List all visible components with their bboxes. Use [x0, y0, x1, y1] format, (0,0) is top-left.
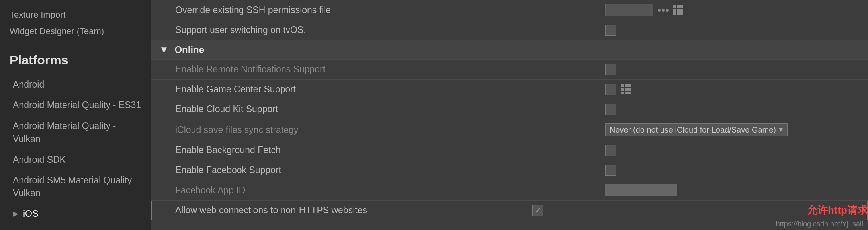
sidebar-item-ios-label: iOS: [23, 207, 38, 220]
dot-1: [658, 9, 661, 12]
sidebar-top-section: Texture Import Widget Designer (Team): [0, 6, 151, 43]
checkbox-tvos-user-switching[interactable]: [605, 25, 616, 36]
control-icloud-sync: Never (do not use iCloud for Load/Save G…: [597, 119, 868, 140]
checkbox-facebook-support[interactable]: [605, 165, 616, 176]
section-online: ▼ Online: [151, 40, 868, 60]
annotation-allow-http: 允许http请求: [795, 203, 868, 217]
row-tvos-user-switching: Support user switching on tvOS.: [151, 20, 868, 40]
sidebar-item-android-material-vulkan[interactable]: Android Material Quality - Vulkan: [0, 115, 151, 149]
game-center-grid-icon[interactable]: [621, 84, 631, 94]
label-cloud-kit: Enable Cloud Kit Support: [151, 100, 597, 119]
section-collapse-icon[interactable]: ▼: [159, 44, 169, 55]
row-cloud-kit: Enable Cloud Kit Support: [151, 99, 868, 119]
control-allow-http: [524, 201, 795, 220]
sidebar-item-android[interactable]: Android: [0, 74, 151, 95]
row-background-fetch: Enable Background Fetch: [151, 140, 868, 160]
section-online-control: [597, 46, 868, 54]
label-tvos-user-switching: Support user switching on tvOS.: [151, 21, 597, 39]
platforms-section-title: Platforms: [0, 48, 151, 74]
main-content: Override existing SSH permissions file S…: [151, 0, 868, 230]
facebook-app-id-input[interactable]: [605, 184, 677, 196]
section-online-label: ▼ Online: [151, 40, 597, 59]
icloud-sync-dropdown[interactable]: Never (do not use iCloud for Load/Save G…: [605, 123, 788, 136]
checkbox-allow-http[interactable]: [532, 205, 543, 216]
sidebar-item-texture-import[interactable]: Texture Import: [0, 6, 151, 23]
row-remote-notifications: Enable Remote Notifications Support: [151, 60, 868, 80]
dot-3: [666, 9, 669, 12]
checkbox-cloud-kit[interactable]: [605, 104, 616, 115]
dropdown-arrow-icon: ▼: [778, 126, 784, 133]
checkbox-remote-notifications[interactable]: [605, 64, 616, 75]
control-cloud-kit: [597, 100, 868, 119]
label-facebook-app-id: Facebook App ID: [151, 181, 597, 200]
control-facebook-support: [597, 161, 868, 180]
url-footer: https://blog.csdn.net/Yj_sail: [776, 220, 863, 228]
row-game-center: Enable Game Center Support: [151, 80, 868, 99]
icloud-sync-dropdown-value: Never (do not use iCloud for Load/Save G…: [610, 125, 776, 134]
control-game-center: [597, 80, 868, 99]
checkbox-background-fetch[interactable]: [605, 145, 616, 156]
row-ssh-permissions: Override existing SSH permissions file: [151, 0, 868, 20]
grid-icon[interactable]: [673, 5, 683, 15]
control-remote-notifications: [597, 60, 868, 79]
control-background-fetch: [597, 141, 868, 160]
row-facebook-support: Enable Facebook Support: [151, 160, 868, 180]
label-remote-notifications: Enable Remote Notifications Support: [151, 60, 597, 79]
row-allow-http: Allow web connections to non-HTTPS websi…: [151, 201, 868, 220]
sidebar-item-android-sdk[interactable]: Android SDK: [0, 149, 151, 170]
sidebar-item-widget-designer[interactable]: Widget Designer (Team): [0, 23, 151, 40]
control-facebook-app-id: [597, 180, 868, 200]
control-tvos-user-switching: [597, 21, 868, 40]
dots-icon[interactable]: [658, 9, 669, 12]
label-background-fetch: Enable Background Fetch: [151, 141, 597, 160]
label-ssh-permissions: Override existing SSH permissions file: [151, 1, 597, 19]
row-facebook-app-id: Facebook App ID: [151, 180, 868, 201]
sidebar-item-android-material-es31[interactable]: Android Material Quality - ES31: [0, 95, 151, 115]
row-icloud-sync: iCloud save files sync strategy Never (d…: [151, 119, 868, 140]
sidebar-item-ios[interactable]: ▶ iOS: [0, 203, 151, 224]
dot-2: [662, 9, 665, 12]
sidebar-item-ios-material-quality[interactable]: iOS Material Quality: [0, 224, 151, 230]
control-ssh-permissions: [597, 0, 868, 20]
label-facebook-support: Enable Facebook Support: [151, 161, 597, 179]
label-game-center: Enable Game Center Support: [151, 80, 597, 99]
ssh-permissions-input[interactable]: [605, 4, 653, 16]
label-icloud-sync: iCloud save files sync strategy: [151, 121, 597, 139]
checkbox-game-center[interactable]: [605, 84, 616, 95]
label-allow-http: Allow web connections to non-HTTPS websi…: [151, 201, 524, 220]
sidebar: Texture Import Widget Designer (Team) Pl…: [0, 0, 151, 230]
sidebar-item-android-sm5[interactable]: Android SM5 Material Quality - Vulkan: [0, 170, 151, 203]
ios-expand-arrow: ▶: [13, 209, 18, 219]
